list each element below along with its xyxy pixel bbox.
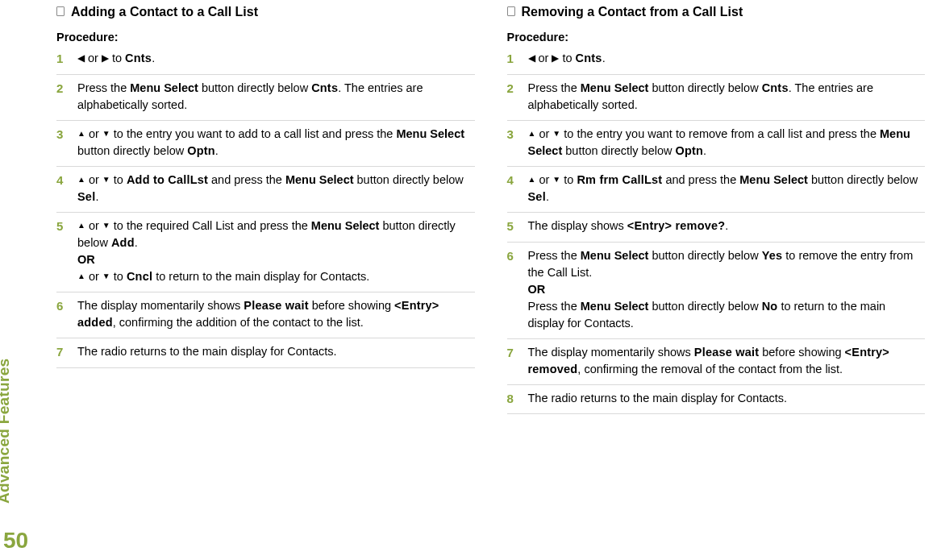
menu-select-label: Menu Select [581,300,649,313]
step-body: ◀ or ▶ to Cnts. [77,50,475,67]
step-body: Press the Menu Select button directly be… [77,80,475,114]
text: button directly below [648,300,761,313]
step-body: ▲ or ▼ to the entry you want to add to a… [77,126,475,160]
left-title-text: Adding a Contact to a Call List [71,5,258,19]
up-arrow-icon: ▲ [528,176,536,184]
please-wait-label: Please wait [694,346,759,359]
step-number: 1 [56,50,77,68]
up-arrow-icon: ▲ [77,176,85,184]
down-arrow-icon: ▼ [102,130,110,138]
right-title: Removing a Contact from a Call List [507,5,926,19]
menu-select-label: Menu Select [581,249,649,262]
right-arrow-icon: ▶ [552,53,559,63]
text: button directly below [562,144,675,157]
text: , confirming the addition of the contact… [113,316,364,329]
text: , confirming the removal of the contact … [577,363,843,375]
entry-remove-label: <Entry> remove? [627,219,725,232]
step-number: 8 [507,390,528,408]
step-body: ▲ or ▼ to the required Call List and pre… [77,218,475,285]
down-arrow-icon: ▼ [552,130,560,138]
or-separator: OR [528,283,546,296]
text: Press the [528,81,581,94]
step-body: The display momentarily shows Please wai… [77,297,475,331]
step-5: 5 ▲ or ▼ to the required Call List and p… [56,213,475,292]
add-to-calllst-label: Add to CallLst [127,173,208,186]
cnts-label: Cnts [125,52,152,64]
or-text: or [85,270,102,283]
step-3: 3 ▲ or ▼ to the entry you want to remove… [507,121,926,167]
step-number: 7 [507,344,528,362]
step-number: 2 [507,80,528,97]
text: . [135,236,138,249]
right-column: Removing a Contact from a Call List Proc… [507,5,926,552]
step-number: 6 [507,247,528,265]
text: button directly below [648,81,761,94]
step-body: ▲ or ▼ to Rm frm CallLst and press the M… [528,172,926,205]
page: Advanced Features 50 Adding a Contact to… [0,0,941,560]
up-arrow-icon: ▲ [77,130,85,138]
menu-select-label: Menu Select [739,173,808,186]
text: to [109,52,125,64]
text: to the entry you want to add to a call l… [110,127,397,140]
text: to the entry you want to remove from a c… [560,127,880,140]
text: . [602,52,606,64]
page-number: 50 [3,528,28,554]
step-body: The radio returns to the main display fo… [528,390,926,407]
step-1: 1 ◀ or ▶ to Cnts. [507,50,926,75]
sel-label: Sel [77,190,95,203]
no-label: No [762,300,778,313]
step-body: The display shows <Entry> remove?. [528,218,926,234]
step-1: 1 ◀ or ▶ to Cnts. [56,50,475,75]
step-body: Press the Menu Select button directly be… [528,80,926,114]
cnts-label: Cnts [311,81,338,94]
text: and press the [662,173,739,186]
sidebar: Advanced Features 50 [0,0,48,560]
step-7: 7 The radio returns to the main display … [56,338,475,368]
text: to [559,52,575,64]
text: to [560,173,577,186]
menu-select-label: Menu Select [396,127,464,140]
step-number: 5 [56,218,77,235]
right-title-text: Removing a Contact from a Call List [522,5,743,19]
text: Press the [528,249,581,262]
step-body: ▲ or ▼ to the entry you want to remove f… [528,126,926,160]
step-number: 3 [507,126,528,143]
step-8: 8 The radio returns to the main display … [507,385,926,415]
text: and press the [208,173,285,186]
step-body: The radio returns to the main display fo… [77,343,475,360]
step-6: 6 The display momentarily shows Please w… [56,292,475,338]
up-arrow-icon: ▲ [528,130,536,138]
text: Press the [77,81,130,94]
text: to [110,173,127,186]
rm-frm-calllst-label: Rm frm CallLst [577,173,662,186]
optn-label: Optn [187,144,215,157]
step-5: 5 The display shows <Entry> remove?. [507,213,926,243]
cnts-label: Cnts [576,52,602,64]
text: . [215,144,219,157]
menu-select-label: Menu Select [311,219,380,232]
step-2: 2 Press the Menu Select button directly … [56,75,475,121]
step-body: ▲ or ▼ to Add to CallLst and press the M… [77,172,475,205]
or-text: or [535,52,552,64]
text: The radio returns to the main display fo… [77,345,337,358]
text: . [152,52,155,64]
text: . [725,219,728,232]
text: to return to the main display for Contac… [152,270,369,283]
text: button directly below [354,173,464,186]
document-icon [507,6,515,16]
step-body: Press the Menu Select button directly be… [528,247,926,332]
or-text: or [85,127,102,140]
text: before showing [759,346,844,359]
procedure-label: Procedure: [56,31,475,44]
step-number: 6 [56,297,77,315]
left-title: Adding a Contact to a Call List [56,5,475,19]
step-body: ◀ or ▶ to Cnts. [528,50,926,67]
text: button directly below [648,249,761,262]
or-separator: OR [77,253,95,266]
content: Adding a Contact to a Call List Procedur… [48,0,941,560]
step-4: 4 ▲ or ▼ to Add to CallLst and press the… [56,167,475,213]
please-wait-label: Please wait [244,299,308,312]
section-label: Advanced Features [0,359,13,504]
step-7: 7 The display momentarily shows Please w… [507,339,926,385]
text: The display momentarily shows [77,299,244,312]
